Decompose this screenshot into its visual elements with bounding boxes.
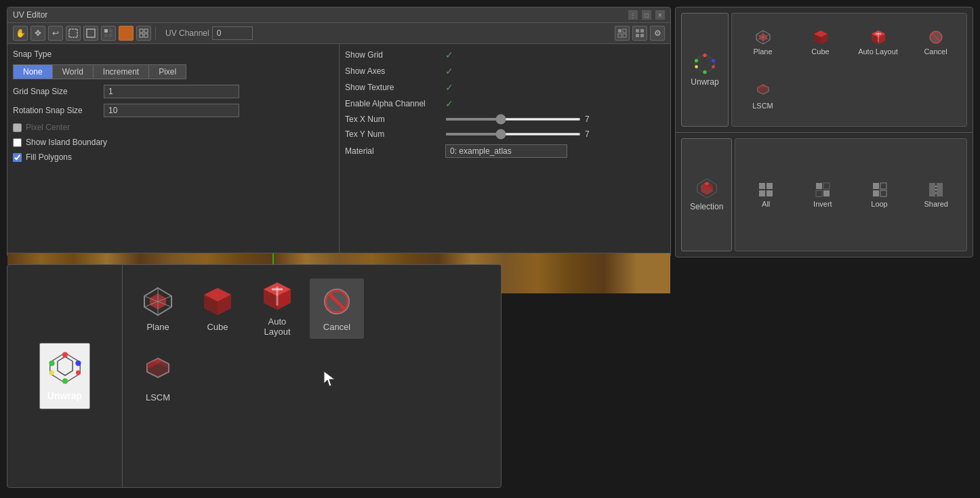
svg-rect-7: [144, 29, 148, 33]
svg-rect-8: [140, 34, 143, 37]
layout-tiles-button[interactable]: [632, 26, 647, 41]
selection-icon: [696, 178, 718, 199]
right-panel: Unwrap Plane: [675, 7, 973, 257]
popup-lscm-label: LSCM: [146, 392, 170, 402]
select-box-button[interactable]: [66, 26, 81, 41]
svg-rect-62: [816, 190, 822, 196]
material-label: Material: [345, 146, 440, 156]
svg-point-76: [49, 360, 54, 366]
popup-left: Unwrap: [7, 265, 123, 487]
auto-layout-button-label: Auto Layout: [858, 47, 898, 56]
tex-x-num-slider[interactable]: [445, 118, 581, 121]
svg-rect-4: [104, 34, 108, 37]
lscm-icon: [755, 83, 771, 100]
popup-plane-button[interactable]: Plane: [131, 278, 185, 339]
window-close-button[interactable]: ×: [655, 10, 665, 20]
popup-lscm-icon: [142, 356, 174, 388]
popup-cancel-button[interactable]: Cancel: [310, 278, 364, 339]
svg-rect-59: [767, 190, 773, 196]
show-island-boundary-checkbox[interactable]: [13, 138, 22, 147]
svg-rect-57: [767, 183, 773, 189]
plane-button[interactable]: Plane: [735, 16, 791, 69]
tex-x-num-row: Tex X Num 7: [345, 115, 665, 124]
all-icon: [758, 182, 774, 198]
plane-icon: [755, 29, 771, 45]
snap-increment-button[interactable]: Increment: [93, 64, 148, 79]
material-select[interactable]: 0: example_atlas: [445, 144, 567, 158]
auto-layout-button[interactable]: Auto Layout: [850, 16, 906, 69]
tex-y-num-label: Tex Y Num: [345, 129, 440, 139]
snap-none-button[interactable]: None: [13, 64, 52, 79]
show-texture-check: ✓: [445, 82, 453, 93]
svg-point-75: [62, 352, 67, 357]
shared-button[interactable]: Shared: [908, 142, 964, 249]
all-button-label: All: [762, 200, 770, 208]
plane-button-label: Plane: [753, 47, 772, 56]
toolbar-right-icons: ⚙: [615, 26, 665, 41]
selection-main-button[interactable]: Selection: [681, 138, 732, 252]
layout-grid-button[interactable]: [615, 26, 630, 41]
snap-pixel-button[interactable]: Pixel: [148, 64, 186, 79]
svg-point-80: [62, 378, 67, 383]
grid-snap-size-select[interactable]: 1248: [104, 85, 239, 98]
pan-tool-button[interactable]: ✋: [13, 26, 28, 41]
show-island-boundary-row: Show Island Boundary: [13, 138, 333, 147]
cancel-button[interactable]: Cancel: [907, 16, 964, 69]
loop-button[interactable]: Loop: [852, 142, 907, 249]
svg-rect-5: [109, 34, 113, 37]
lscm-button-label: LSCM: [752, 102, 773, 110]
unwrap-icon: [694, 53, 716, 75]
rotation-snap-size-label: Rotation Snap Size: [13, 106, 101, 115]
tex-y-num-row: Tex Y Num 7: [345, 129, 665, 139]
undo-button[interactable]: ↩: [48, 26, 63, 41]
svg-rect-66: [873, 190, 879, 196]
svg-point-78: [49, 370, 54, 375]
tex-y-slider-container: 7: [445, 129, 665, 139]
popup-cube-button[interactable]: Cube: [190, 278, 245, 339]
window-controls: ⋮ □ ×: [628, 10, 665, 20]
svg-rect-60: [816, 183, 822, 189]
move-tool-button[interactable]: ✥: [30, 26, 45, 41]
auto-layout-icon: [870, 29, 886, 45]
loop-button-label: Loop: [871, 200, 887, 208]
svg-rect-16: [636, 34, 639, 37]
right-settings: Show Grid ✓ Show Axes ✓ Show Texture ✓ E…: [340, 44, 670, 253]
unwrap-main-button[interactable]: Unwrap: [681, 13, 729, 127]
color-button[interactable]: [119, 26, 134, 41]
loop-icon: [872, 182, 888, 198]
all-button[interactable]: All: [738, 142, 794, 249]
rotation-snap-size-select[interactable]: 10153045: [104, 104, 239, 117]
enable-alpha-label: Enable Alpha Channel: [345, 99, 440, 108]
tex-x-num-value: 7: [585, 115, 598, 124]
popup-cube-label: Cube: [207, 322, 228, 332]
popup-plane-icon: [142, 285, 174, 318]
window-menu-button[interactable]: ⋮: [628, 10, 638, 20]
popup-lscm-button[interactable]: LSCM: [131, 349, 185, 409]
selection-grid-buttons: All Invert Loop: [735, 138, 967, 252]
show-grid-row: Show Grid ✓: [345, 49, 665, 60]
pixel-center-checkbox[interactable]: [13, 123, 22, 132]
popup-unwrap-button[interactable]: Unwrap: [39, 343, 90, 409]
settings-button[interactable]: ⚙: [650, 26, 665, 41]
window-restore-button[interactable]: □: [642, 10, 651, 20]
svg-rect-14: [636, 29, 639, 33]
svg-rect-63: [823, 190, 830, 196]
popup-right: Plane Cube: [123, 265, 501, 487]
tex-x-slider-container: 7: [445, 115, 665, 124]
cube-button[interactable]: Cube: [792, 16, 849, 69]
uv-channel-select[interactable]: 0 1 2: [212, 26, 253, 40]
svg-point-25: [703, 70, 706, 74]
invert-icon: [815, 182, 831, 198]
grid-button[interactable]: [136, 26, 151, 41]
show-texture-label: Show Texture: [345, 83, 440, 92]
popup-cancel-label: Cancel: [323, 322, 350, 332]
tex-y-num-slider[interactable]: [445, 133, 581, 136]
select-mode-button[interactable]: [101, 26, 116, 41]
select-all-button[interactable]: [83, 26, 98, 41]
lscm-button[interactable]: LSCM: [735, 70, 791, 123]
snap-world-button[interactable]: World: [52, 64, 93, 79]
invert-button[interactable]: Invert: [795, 142, 851, 249]
fill-polygons-checkbox[interactable]: [13, 153, 22, 162]
svg-rect-56: [759, 183, 765, 189]
popup-auto-layout-button[interactable]: AutoLayout: [250, 273, 304, 344]
